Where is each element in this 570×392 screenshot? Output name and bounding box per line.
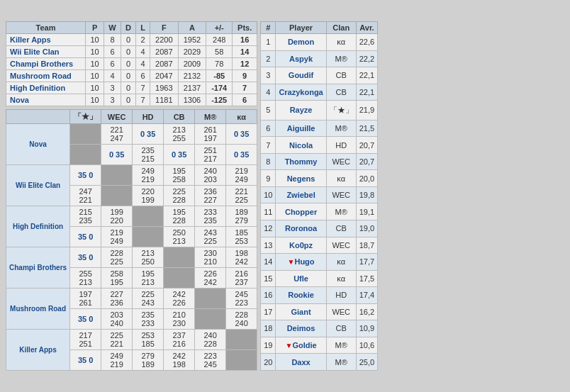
- h2h-col-5: M®: [195, 110, 226, 124]
- rank-number: 7: [261, 137, 276, 154]
- h2h-gray-cell: [164, 247, 195, 268]
- standings-table: Team P W D L F A +/- Pts. Killer Apps 10…: [6, 21, 257, 106]
- h2h-gray-cell: [70, 124, 101, 145]
- h2h-score-row1: 233 235: [195, 206, 226, 227]
- player-clan: WEC: [326, 153, 356, 170]
- player-clan: CB: [326, 320, 356, 337]
- player-clan: κα: [326, 270, 356, 287]
- h2h-score-row1: 199 220: [101, 206, 133, 227]
- team-w: 8: [104, 34, 121, 46]
- h2h-score-row1: 253 185: [133, 330, 164, 350]
- player-name: Thommy: [276, 153, 326, 170]
- col-pts: Pts.: [233, 22, 257, 34]
- team-p: 10: [86, 58, 104, 70]
- h2h-gray-cell: [133, 206, 164, 227]
- col-l: L: [136, 22, 150, 34]
- player-clan: κα: [326, 34, 356, 51]
- h2h-score-row1: 35 0: [70, 165, 101, 186]
- team-pts: 14: [233, 46, 257, 58]
- team-name: Nova: [6, 94, 86, 106]
- h2h-score-row2: 235 215: [133, 145, 164, 165]
- player-name: Chopper: [276, 203, 326, 220]
- team-l: 4: [136, 46, 150, 58]
- team-pts: 12: [233, 58, 257, 70]
- team-f: 1181: [150, 94, 178, 106]
- player-clan: WEC: [326, 186, 356, 203]
- rank-number: 19: [261, 337, 276, 354]
- h2h-score-row2: 247 221: [70, 186, 101, 206]
- h2h-row-label: Mushroom Road: [6, 289, 70, 330]
- team-p: 10: [86, 94, 104, 106]
- h2h-gray-cell: [226, 350, 257, 371]
- h2h-score-row1: 249 219: [133, 165, 164, 186]
- player-avr: 21,5: [356, 120, 377, 137]
- team-l: 4: [136, 58, 150, 70]
- h2h-score-row1: 195 258: [164, 165, 195, 186]
- team-diff: -174: [206, 82, 233, 94]
- h2h-score-row1: 221 247: [101, 124, 133, 145]
- h2h-score-row2: 223 245: [195, 350, 226, 371]
- player-clan: M®: [326, 354, 356, 371]
- rank-number: 8: [261, 153, 276, 170]
- team-l: 7: [136, 82, 150, 94]
- player-avr: 22,6: [356, 34, 377, 51]
- team-pts: 9: [233, 70, 257, 82]
- team-w: 6: [104, 58, 121, 70]
- rank-number: 13: [261, 237, 276, 254]
- player-name: Aiguille: [276, 120, 326, 137]
- team-w: 3: [104, 94, 121, 106]
- h2h-score-row1: 215 235: [70, 206, 101, 227]
- h2h-score-row2: 0 35: [226, 145, 257, 165]
- team-name: Mushroom Road: [6, 70, 86, 82]
- h2h-gray-cell: [195, 289, 226, 309]
- h2h-row-label: Wii Elite Clan: [6, 165, 70, 206]
- col-p: P: [86, 22, 104, 34]
- h2h-row-label: Killer Apps: [6, 330, 70, 371]
- h2h-score-row1: 225 243: [133, 289, 164, 309]
- team-w: 3: [104, 82, 121, 94]
- h2h-row-label: High Definition: [6, 206, 70, 247]
- h2h-score-row2: 221 225: [226, 186, 257, 206]
- player-name: Daxx: [276, 354, 326, 371]
- h2h-score-row2: 0 35: [164, 145, 195, 165]
- player-avr: 25,0: [356, 354, 377, 371]
- h2h-score-row1: 195 228: [164, 206, 195, 227]
- team-a: 2009: [178, 58, 206, 70]
- player-name: ▼Goldie: [276, 337, 326, 354]
- team-pts: 6: [233, 94, 257, 106]
- team-name: Champi Brothers: [6, 58, 86, 70]
- h2h-score-row1: 35 0: [70, 247, 101, 268]
- h2h-score-row1: 213 255: [164, 124, 195, 145]
- h2h-score-row1: 242 226: [164, 289, 195, 309]
- rank-col-hash: #: [261, 22, 276, 34]
- team-diff: -125: [206, 94, 233, 106]
- team-diff: 58: [206, 46, 233, 58]
- h2h-blank: [6, 110, 70, 124]
- player-avr: 17,7: [356, 254, 377, 271]
- rank-number: 9: [261, 170, 276, 187]
- h2h-score-row1: 0 35: [133, 124, 164, 145]
- player-clan: CB: [326, 84, 356, 101]
- team-f: 1963: [150, 82, 178, 94]
- rank-number: 4: [261, 84, 276, 101]
- h2h-score-row2: 251 217: [195, 145, 226, 165]
- player-avr: 10,6: [356, 337, 377, 354]
- h2h-col-6: κα: [226, 110, 257, 124]
- rank-col-clan: Clan: [326, 22, 356, 34]
- team-name: Killer Apps: [6, 34, 86, 46]
- team-pts: 16: [233, 34, 257, 46]
- team-d: 0: [121, 70, 135, 82]
- player-avr: 18,7: [356, 237, 377, 254]
- player-clan: M®: [326, 203, 356, 220]
- team-diff: 78: [206, 58, 233, 70]
- h2h-gray-cell: [226, 330, 257, 350]
- team-d: 0: [121, 58, 135, 70]
- h2h-score-row2: 35 0: [70, 309, 101, 330]
- rank-number: 5: [261, 101, 276, 121]
- left-panel: Team P W D L F A +/- Pts. Killer Apps 10…: [6, 21, 257, 371]
- player-name: Zwiebel: [276, 186, 326, 203]
- h2h-col-1: 「★」: [70, 110, 101, 124]
- h2h-score-row2: 216 237: [226, 268, 257, 289]
- player-avr: 22,1: [356, 67, 377, 84]
- team-w: 4: [104, 70, 121, 82]
